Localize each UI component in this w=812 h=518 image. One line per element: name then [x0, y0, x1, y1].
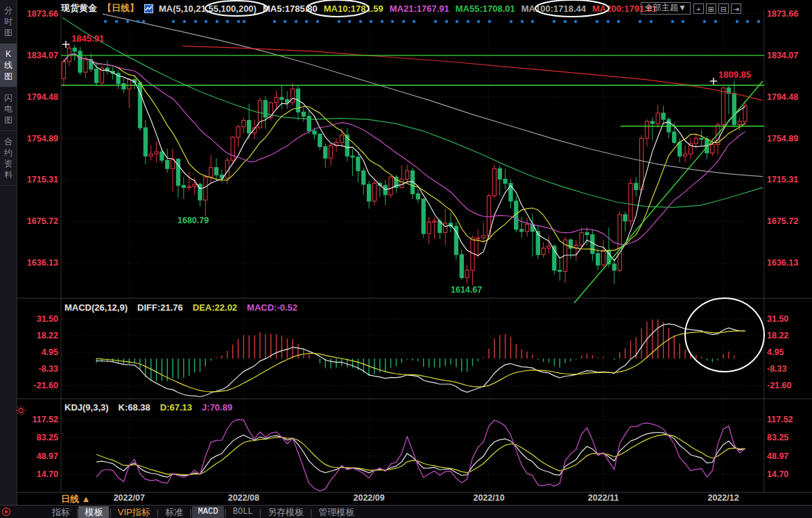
macd-hist-value: MACD:-0.52	[247, 302, 297, 313]
bottom-tab-4[interactable]: MACD	[192, 506, 225, 518]
sidebar-item-0[interactable]: 分时图	[0, 0, 17, 44]
svg-text:1794.48: 1794.48	[27, 92, 58, 102]
svg-text:1873.66: 1873.66	[767, 9, 798, 19]
kdj-d-value: D:67.13	[160, 402, 192, 413]
svg-text:117.52: 117.52	[32, 415, 58, 424]
svg-text:2022/07: 2022/07	[114, 493, 145, 503]
svg-text:48.97: 48.97	[37, 451, 58, 461]
record-icon[interactable]	[1, 507, 11, 518]
svg-text:-21.60: -21.60	[34, 381, 58, 390]
macd-panel-header: MACD(26,12,9) DIFF:21.76 DEA:22.02 MACD:…	[64, 302, 297, 313]
svg-text:31.50: 31.50	[767, 314, 788, 324]
kdj-panel-header: KDJ(9,3,3) K:68.38 D:67.13 J:70.89	[64, 402, 232, 413]
svg-text:117.52: 117.52	[767, 415, 793, 424]
svg-text:1636.13: 1636.13	[27, 258, 58, 268]
svg-text:2022/09: 2022/09	[354, 493, 385, 503]
svg-text:83.25: 83.25	[37, 433, 58, 442]
svg-text:1636.13: 1636.13	[767, 258, 798, 268]
svg-text:83.25: 83.25	[767, 433, 788, 442]
macd-dea-value: DEA:22.02	[193, 302, 237, 313]
svg-text:14.70: 14.70	[37, 469, 58, 479]
bottom-tab-3[interactable]: 标准	[159, 506, 189, 518]
bottom-tabbar: 指标|模板|VIP指标|标准|MACD|BOLL|另存模板|管理模板	[0, 505, 812, 518]
trading-app: { "sidebar": { "items": [ {"label":"分时图"…	[0, 0, 812, 518]
bottom-tab-5[interactable]: BOLL	[227, 506, 259, 518]
svg-text:1754.89: 1754.89	[767, 134, 798, 144]
sidebar-item-3[interactable]: 合约资料	[0, 131, 17, 186]
svg-text:-8.33: -8.33	[767, 364, 787, 374]
chart-canvas[interactable]: 1873.661873.661834.071834.071794.481794.…	[0, 0, 812, 518]
svg-text:1680.79: 1680.79	[178, 216, 209, 225]
svg-text:18.22: 18.22	[767, 331, 788, 340]
bottom-tab-0[interactable]: 指标	[46, 506, 76, 518]
svg-text:-8.33: -8.33	[39, 364, 59, 374]
period-selector[interactable]: 日线 ▲	[61, 493, 90, 506]
svg-text:4.95: 4.95	[42, 347, 58, 357]
svg-text:2022/12: 2022/12	[707, 493, 738, 503]
kdj-k-value: K:68.38	[119, 402, 150, 413]
svg-text:1809.85: 1809.85	[718, 69, 751, 80]
svg-text:31.50: 31.50	[37, 314, 58, 324]
svg-text:4.95: 4.95	[767, 347, 784, 357]
svg-text:18.22: 18.22	[37, 331, 58, 340]
svg-text:1794.48: 1794.48	[767, 92, 798, 102]
svg-text:48.97: 48.97	[767, 451, 788, 461]
svg-text:1754.89: 1754.89	[27, 134, 58, 144]
svg-text:14.70: 14.70	[767, 469, 788, 479]
svg-text:2022/10: 2022/10	[473, 493, 504, 503]
svg-text:1834.07: 1834.07	[767, 51, 798, 60]
kdj-alert-icon[interactable]	[16, 406, 26, 418]
kdj-j-value: J:70.89	[202, 402, 232, 413]
svg-text:1715.31: 1715.31	[27, 175, 58, 184]
sidebar-item-1[interactable]: K线图	[0, 44, 17, 87]
left-sidebar: 分时图K线图闪电图合约资料	[0, 0, 17, 518]
kdj-title: KDJ(9,3,3)	[64, 402, 109, 413]
macd-diff-value: DIFF:21.76	[137, 302, 183, 313]
svg-text:1614.67: 1614.67	[451, 285, 482, 295]
bottom-tab-2[interactable]: VIP指标	[112, 506, 157, 518]
svg-text:1715.31: 1715.31	[767, 175, 798, 184]
svg-text:1834.07: 1834.07	[27, 51, 58, 60]
macd-title: MACD(26,12,9)	[64, 302, 128, 313]
svg-text:-21.60: -21.60	[767, 381, 791, 390]
bottom-tab-1[interactable]: 模板	[78, 506, 109, 518]
svg-text:1675.72: 1675.72	[767, 216, 798, 226]
svg-text:1675.72: 1675.72	[27, 216, 58, 226]
sidebar-item-2[interactable]: 闪电图	[0, 87, 17, 131]
svg-text:1873.66: 1873.66	[27, 9, 58, 19]
svg-text:2022/08: 2022/08	[228, 493, 259, 503]
bottom-tab-7[interactable]: 管理模板	[312, 506, 361, 518]
svg-text:2022/11: 2022/11	[588, 493, 619, 503]
svg-text:1845.91: 1845.91	[71, 33, 104, 44]
bottom-tab-6[interactable]: 另存模板	[261, 506, 310, 518]
